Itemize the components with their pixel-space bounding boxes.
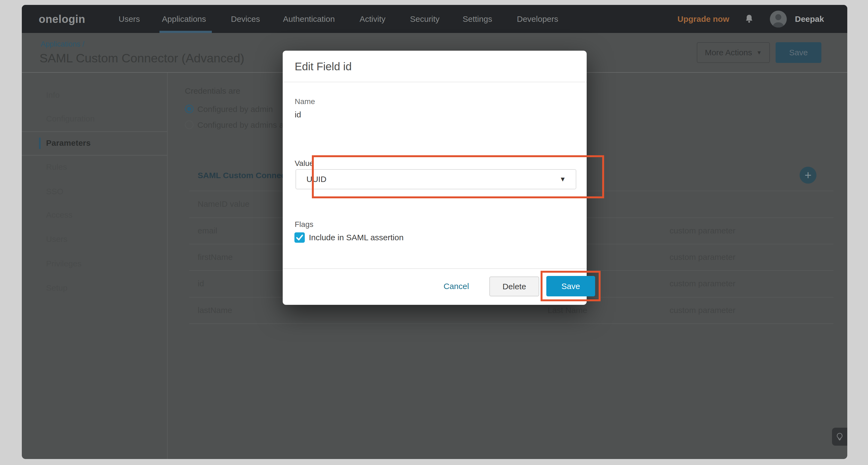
sidebar-item-setup[interactable]: Setup bbox=[46, 283, 67, 293]
param-value: Last Name bbox=[548, 306, 587, 315]
table-title: SAML Custom Connector bbox=[198, 171, 297, 180]
nav-item-settings[interactable]: Settings bbox=[463, 14, 492, 24]
more-actions-label: More Actions bbox=[705, 48, 752, 57]
credentials-label: Credentials are bbox=[185, 86, 240, 96]
sidebar-item-access[interactable]: Access bbox=[46, 210, 72, 220]
sidebar-item-privileges[interactable]: Privileges bbox=[46, 259, 82, 268]
nav-item-applications[interactable]: Applications bbox=[162, 14, 206, 24]
plus-icon: + bbox=[804, 168, 812, 182]
page-title: SAML Custom Connector (Advanced) bbox=[39, 51, 244, 65]
cancel-button[interactable]: Cancel bbox=[443, 282, 469, 291]
breadcrumb[interactable]: Applications / bbox=[41, 40, 85, 48]
sidebar-item-info[interactable]: Info bbox=[46, 91, 60, 100]
nav-item-security[interactable]: Security bbox=[410, 14, 439, 24]
name-label: Name bbox=[295, 97, 315, 106]
sidebar-item-sso[interactable]: SSO bbox=[46, 187, 63, 196]
nav-item-activity[interactable]: Activity bbox=[360, 14, 385, 24]
param-name: id bbox=[198, 279, 204, 288]
include-saml-label: Include in SAML assertion bbox=[309, 233, 403, 242]
param-meta: custom parameter bbox=[670, 306, 736, 315]
value-selected: UUID bbox=[306, 175, 326, 184]
upgrade-now-link[interactable]: Upgrade now bbox=[677, 14, 729, 24]
active-tab-underline bbox=[159, 31, 212, 33]
top-nav: onelogin Users Applications Devices Auth… bbox=[22, 5, 847, 33]
chevron-down-icon: ▼ bbox=[756, 49, 762, 56]
user-name[interactable]: Deepak bbox=[795, 14, 824, 24]
param-name: firstName bbox=[198, 253, 232, 262]
flags-label: Flags bbox=[295, 220, 313, 229]
nav-item-developers[interactable]: Developers bbox=[517, 14, 558, 24]
param-meta: custom parameter bbox=[670, 253, 736, 262]
help-lightbulb-button[interactable] bbox=[832, 428, 847, 446]
modal-footer-divider bbox=[283, 268, 587, 269]
modal-header-divider bbox=[283, 82, 587, 82]
user-avatar[interactable] bbox=[770, 11, 787, 28]
sidebar-item-configuration[interactable]: Configuration bbox=[46, 114, 95, 123]
param-meta: custom parameter bbox=[670, 279, 736, 288]
radio-label: Configured by admin bbox=[197, 105, 273, 114]
value-dropdown[interactable]: UUID ▼ bbox=[296, 169, 576, 189]
nav-item-authentication[interactable]: Authentication bbox=[283, 14, 335, 24]
name-value: id bbox=[295, 110, 301, 119]
row-divider bbox=[189, 323, 833, 324]
radio-label: Configured by admins a bbox=[197, 121, 284, 130]
sidebar-rule bbox=[22, 131, 167, 132]
delete-button[interactable]: Delete bbox=[489, 276, 539, 296]
sidebar-rule bbox=[22, 155, 167, 156]
nav-item-users[interactable]: Users bbox=[119, 14, 140, 24]
sidebar-divider bbox=[167, 73, 168, 459]
include-saml-checkbox[interactable] bbox=[294, 232, 305, 243]
more-actions-button[interactable]: More Actions ▼ bbox=[697, 42, 770, 63]
sidebar-item-rules[interactable]: Rules bbox=[46, 162, 67, 172]
edit-field-modal: Edit Field id Name id Value UUID ▼ Flags… bbox=[283, 51, 587, 305]
sidebar-item-parameters[interactable]: Parameters bbox=[46, 138, 91, 147]
radio-configured-by-admins-and[interactable] bbox=[185, 121, 193, 129]
onelogin-logo[interactable]: onelogin bbox=[39, 13, 85, 25]
add-parameter-button[interactable]: + bbox=[800, 167, 816, 184]
modal-title: Edit Field id bbox=[295, 61, 352, 73]
param-name: email bbox=[198, 226, 217, 235]
app-window: onelogin Users Applications Devices Auth… bbox=[22, 5, 847, 459]
nav-item-devices[interactable]: Devices bbox=[231, 14, 260, 24]
param-name: NameID value bbox=[198, 199, 249, 209]
save-button[interactable]: Save bbox=[546, 276, 595, 296]
notifications-bell-icon[interactable] bbox=[744, 13, 754, 25]
chevron-down-icon: ▼ bbox=[559, 175, 566, 183]
param-meta: custom parameter bbox=[670, 226, 736, 235]
sidebar-item-users[interactable]: Users bbox=[46, 235, 67, 244]
sidebar-active-accent bbox=[39, 138, 41, 149]
page-save-button[interactable]: Save bbox=[776, 42, 822, 63]
value-label: Value bbox=[295, 159, 314, 168]
lightbulb-icon bbox=[834, 431, 845, 442]
param-name: lastName bbox=[198, 306, 232, 315]
radio-configured-by-admin[interactable] bbox=[185, 105, 193, 113]
